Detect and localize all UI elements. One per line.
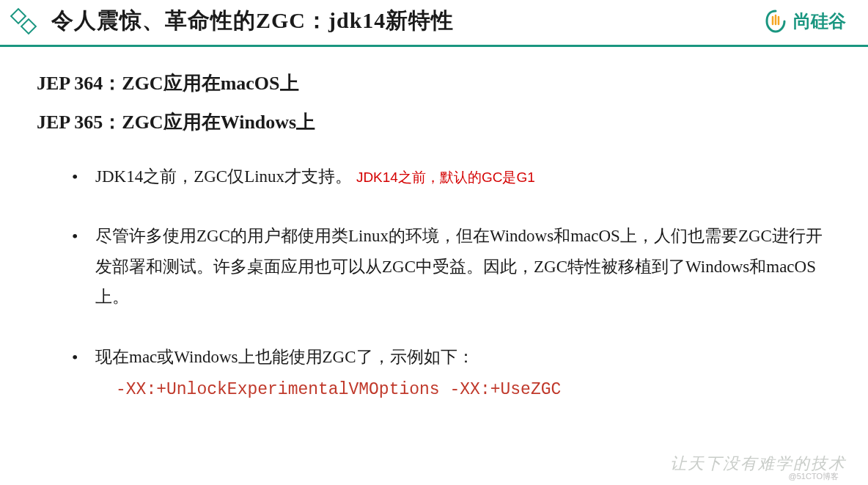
bullet-list: JDK14之前，ZGC仅Linux才支持。 JDK14之前，默认的GC是G1 尽… [37,161,831,405]
bullet-text-1: JDK14之前，ZGC仅Linux才支持。 [95,167,352,186]
code-example: -XX:+UnlockExperimentalVMOptions -XX:+Us… [95,375,831,405]
svg-rect-1 [21,19,36,34]
brand-icon [762,8,789,34]
brand-name: 尚硅谷 [793,10,846,33]
bullet-item-2: 尽管许多使用ZGC的用户都使用类Linux的环境，但在Windows和macOS… [72,221,831,312]
watermark: @51CTO博客 [789,471,839,482]
jep-heading-364: JEP 364：ZGC应用在macOS上 [37,70,831,96]
svg-rect-0 [11,9,26,23]
bullet-text-3: 现在mac或Windows上也能使用ZGC了，示例如下： [95,348,474,366]
brand-logo: 尚硅谷 [762,8,846,34]
bullet-item-1: JDK14之前，ZGC仅Linux才支持。 JDK14之前，默认的GC是G1 [72,161,831,192]
diamond-icon [9,7,38,36]
bullet-annotation-1: JDK14之前，默认的GC是G1 [356,169,535,185]
bullet-item-3: 现在mac或Windows上也能使用ZGC了，示例如下： -XX:+Unlock… [72,342,831,406]
header-left: 令人震惊、革命性的ZGC：jdk14新特性 [9,6,454,36]
jep-heading-365: JEP 365：ZGC应用在Windows上 [37,109,831,135]
slide-title: 令人震惊、革命性的ZGC：jdk14新特性 [51,6,454,36]
slide-content: JEP 364：ZGC应用在macOS上 JEP 365：ZGC应用在Windo… [0,47,868,405]
slide-header: 令人震惊、革命性的ZGC：jdk14新特性 尚硅谷 [0,0,868,47]
